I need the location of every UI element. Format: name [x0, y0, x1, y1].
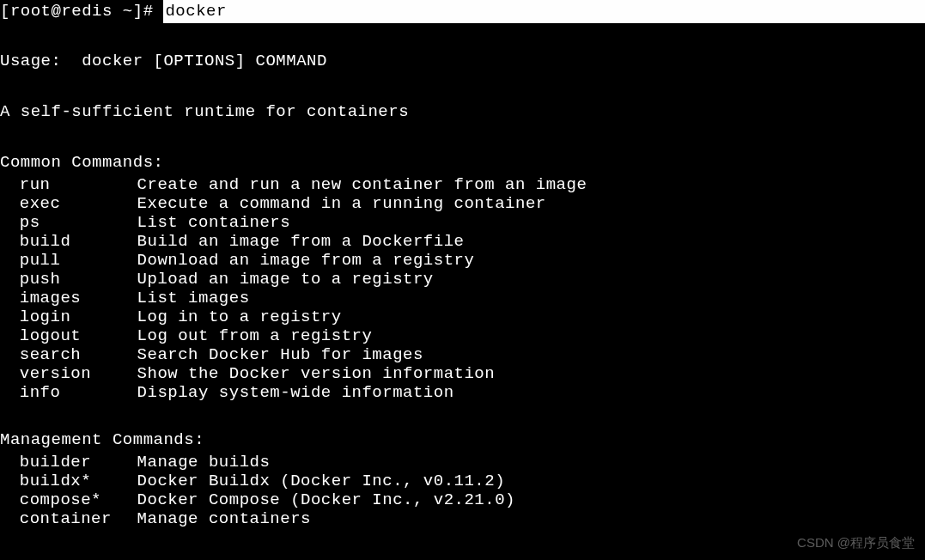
command-row: pullDownload an image from a registry [0, 251, 925, 270]
command-row: buildBuild an image from a Dockerfile [0, 232, 925, 251]
cmd-desc: Execute a command in a running container [137, 194, 546, 213]
cmd-name: builder [20, 453, 137, 472]
command-row: imagesList images [0, 289, 925, 307]
common-commands-list: runCreate and run a new container from a… [0, 175, 925, 402]
command-row: loginLog in to a registry [0, 307, 925, 326]
cmd-name: build [20, 232, 137, 251]
terminal-window[interactable]: [root@redis ~]# docker Usage: docker [OP… [0, 0, 925, 528]
cmd-desc: Log out from a registry [137, 326, 373, 345]
shell-prompt: [root@redis ~]# [0, 0, 163, 23]
command-row: execExecute a command in a running conta… [0, 194, 925, 213]
cmd-desc: Download an image from a registry [137, 251, 475, 270]
cmd-desc: List images [137, 289, 250, 307]
cmd-name: pull [20, 251, 137, 270]
command-row: buildx*Docker Buildx (Docker Inc., v0.11… [0, 472, 925, 490]
command-row: containerManage containers [0, 509, 925, 528]
cmd-name: search [20, 345, 137, 364]
cmd-desc: Create and run a new container from an i… [137, 175, 587, 194]
command-row: compose*Docker Compose (Docker Inc., v2.… [0, 490, 925, 509]
cmd-name: push [20, 270, 137, 289]
cmd-desc: Search Docker Hub for images [137, 345, 423, 364]
cmd-name: images [20, 289, 137, 307]
cmd-name: container [20, 509, 137, 528]
cmd-name: ps [20, 213, 137, 232]
management-commands-list: builderManage builds buildx*Docker Build… [0, 453, 925, 528]
management-commands-header: Management Commands: [0, 426, 925, 453]
cmd-name: login [20, 307, 137, 326]
command-row: infoDisplay system-wide information [0, 383, 925, 402]
cmd-desc: Log in to a registry [137, 307, 342, 326]
command-input[interactable]: docker [163, 0, 925, 23]
cmd-name: run [20, 175, 137, 194]
cmd-name: exec [20, 194, 137, 213]
cmd-name: compose* [20, 490, 137, 509]
cmd-desc: Manage containers [137, 509, 311, 528]
command-row: searchSearch Docker Hub for images [0, 345, 925, 364]
common-commands-header: Common Commands: [0, 149, 925, 175]
command-row: builderManage builds [0, 453, 925, 472]
command-row: runCreate and run a new container from a… [0, 175, 925, 194]
command-row: versionShow the Docker version informati… [0, 364, 925, 383]
command-row: logoutLog out from a registry [0, 326, 925, 345]
cmd-name: buildx* [20, 472, 137, 490]
cmd-desc: List containers [137, 213, 291, 232]
cmd-desc: Upload an image to a registry [137, 270, 434, 289]
cmd-name: logout [20, 326, 137, 345]
cmd-name: version [20, 364, 137, 383]
cmd-name: info [20, 383, 137, 402]
description-line: A self-sufficient runtime for containers [0, 98, 925, 125]
command-row: pushUpload an image to a registry [0, 270, 925, 289]
cmd-desc: Docker Compose (Docker Inc., v2.21.0) [137, 490, 515, 509]
usage-line: Usage: docker [OPTIONS] COMMAND [0, 47, 925, 74]
cmd-desc: Build an image from a Dockerfile [137, 232, 465, 251]
cmd-desc: Display system-wide information [137, 383, 454, 402]
cmd-desc: Manage builds [137, 453, 271, 472]
cmd-desc: Docker Buildx (Docker Inc., v0.11.2) [137, 472, 505, 490]
cmd-desc: Show the Docker version information [137, 364, 496, 383]
watermark: CSDN @程序员食堂 [797, 535, 915, 551]
prompt-line: [root@redis ~]# docker [0, 0, 925, 23]
command-row: psList containers [0, 213, 925, 232]
